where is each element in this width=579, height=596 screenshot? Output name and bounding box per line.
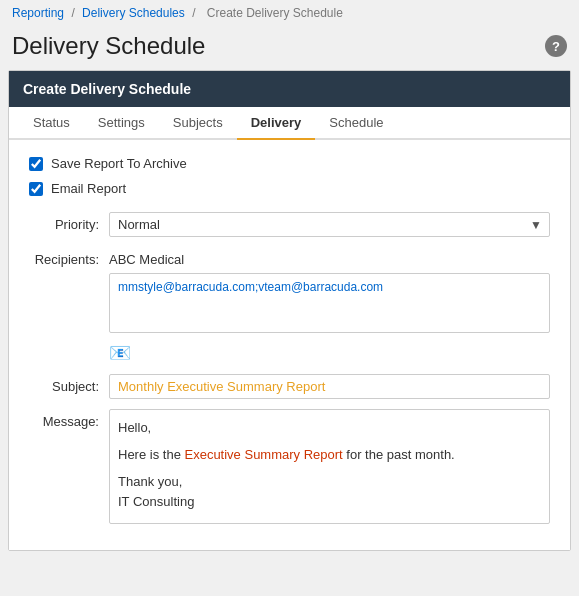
priority-wrap: Normal High Low ▼ — [109, 212, 550, 237]
message-label: Message: — [29, 409, 109, 429]
subject-label: Subject: — [29, 374, 109, 394]
tab-delivery[interactable]: Delivery — [237, 107, 316, 138]
priority-label: Priority: — [29, 212, 109, 232]
subject-wrap — [109, 374, 550, 399]
priority-select[interactable]: Normal High Low — [109, 212, 550, 237]
tab-content-delivery: Save Report To Archive Email Report Prio… — [9, 140, 570, 550]
message-line4: IT Consulting — [118, 492, 541, 513]
message-line1: Hello, — [118, 418, 541, 439]
help-button[interactable]: ? — [545, 35, 567, 57]
save-archive-label[interactable]: Save Report To Archive — [51, 156, 187, 171]
page-title: Delivery Schedule — [12, 32, 205, 60]
recipients-label: Recipients: — [29, 247, 109, 267]
recipients-name: ABC Medical — [109, 247, 550, 267]
add-recipient-icon[interactable]: 📧 — [109, 342, 131, 364]
message-line3: Thank you, — [118, 472, 541, 493]
message-line2: Here is the Executive Summary Report for… — [118, 445, 541, 466]
tab-subjects[interactable]: Subjects — [159, 107, 237, 138]
email-report-row: Email Report — [29, 181, 550, 196]
tab-status[interactable]: Status — [19, 107, 84, 138]
breadcrumb-current: Create Delivery Schedule — [207, 6, 343, 20]
card-header: Create Delivery Schedule — [9, 71, 570, 107]
message-line2-post: for the past month. — [343, 447, 455, 462]
subject-input[interactable] — [109, 374, 550, 399]
subject-row: Subject: — [29, 374, 550, 399]
priority-select-wrapper: Normal High Low ▼ — [109, 212, 550, 237]
tab-bar: Status Settings Subjects Delivery Schedu… — [9, 107, 570, 140]
email-report-checkbox[interactable] — [29, 182, 43, 196]
save-archive-row: Save Report To Archive — [29, 156, 550, 171]
breadcrumb: Reporting / Delivery Schedules / Create … — [0, 0, 579, 26]
page-header: Delivery Schedule ? — [0, 26, 579, 70]
message-preview: Hello, Here is the Executive Summary Rep… — [109, 409, 550, 524]
priority-row: Priority: Normal High Low ▼ — [29, 212, 550, 237]
tab-settings[interactable]: Settings — [84, 107, 159, 138]
recipients-row: Recipients: ABC Medical mmstyle@barracud… — [29, 247, 550, 364]
breadcrumb-delivery-schedules[interactable]: Delivery Schedules — [82, 6, 185, 20]
recipients-wrap: ABC Medical mmstyle@barracuda.com;vteam@… — [109, 247, 550, 364]
recipients-email-textarea[interactable]: mmstyle@barracuda.com;vteam@barracuda.co… — [109, 273, 550, 333]
main-card: Create Delivery Schedule Status Settings… — [8, 70, 571, 551]
tab-schedule[interactable]: Schedule — [315, 107, 397, 138]
message-line2-pre: Here is the — [118, 447, 184, 462]
breadcrumb-reporting[interactable]: Reporting — [12, 6, 64, 20]
message-wrap: Hello, Here is the Executive Summary Rep… — [109, 409, 550, 524]
save-archive-checkbox[interactable] — [29, 157, 43, 171]
email-report-label[interactable]: Email Report — [51, 181, 126, 196]
message-line2-link: Executive Summary Report — [184, 447, 342, 462]
message-row: Message: Hello, Here is the Executive Su… — [29, 409, 550, 524]
